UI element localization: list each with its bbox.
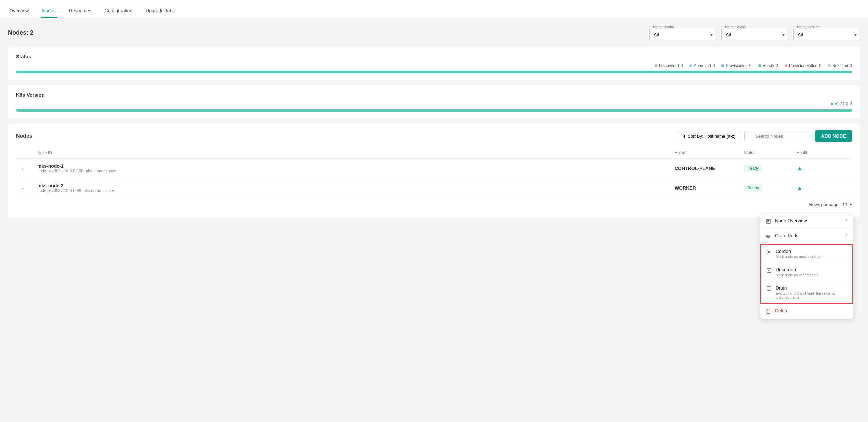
filter-version-label: Filter by Version xyxy=(793,25,860,29)
add-node-button[interactable]: ADD NODE xyxy=(815,130,852,142)
external-link-icon-2: ↗ xyxy=(844,233,848,238)
rows-per-page-chevron[interactable]: ▾ xyxy=(850,202,852,207)
context-menu-item-go-to-pods[interactable]: Go to Pods ↗ xyxy=(760,229,853,244)
drain-title: Drain xyxy=(776,285,847,291)
provisioning-label: Provisioning xyxy=(726,63,747,68)
provisioning-count: 0 xyxy=(749,63,752,68)
filter-status[interactable]: All xyxy=(721,29,788,40)
external-link-icon: ↗ xyxy=(844,218,848,223)
filter-status-label: Filter by Status xyxy=(721,25,788,29)
top-nav: Overview Nodes Resources Configuration U… xyxy=(0,0,868,18)
delete-text: Delete xyxy=(775,308,788,313)
nodes-section: Nodes ⇅ Sort By: Host name (a-z) ADD NOD… xyxy=(8,124,860,218)
node-status-1: Ready xyxy=(744,165,794,172)
filter-health-select[interactable]: All xyxy=(649,29,716,40)
filter-version-wrapper: Filter by Version All xyxy=(793,25,860,40)
rows-per-page-value: 10 xyxy=(842,202,847,207)
uncordon-title: Uncordon xyxy=(776,267,818,272)
node-id-sub-1: node-pkz302v-10-0-0-190-mks-demo-cluster xyxy=(37,169,672,173)
table-row[interactable]: › mks-node-2 node-pkz302v-10-0-0-89-mks-… xyxy=(16,178,852,198)
nav-item-upgrade-jobs[interactable]: Upgrade Jobs xyxy=(144,5,176,18)
node-overview-title: Node Overview xyxy=(775,218,807,223)
doc-icon xyxy=(766,219,772,225)
version-count: 2 xyxy=(850,102,852,106)
ready-label: Ready xyxy=(763,63,774,68)
discovered-label: Discovered xyxy=(659,63,679,68)
filters-container: Filter by Health All Filter by Status Al… xyxy=(649,25,860,40)
nav-item-nodes[interactable]: Nodes xyxy=(41,5,57,18)
rejected-label: Rejected xyxy=(832,63,848,68)
node-roles-1: CONTROL-PLANE xyxy=(675,166,741,171)
filter-status-wrapper: Filter by Status All xyxy=(721,25,788,40)
filter-status-select[interactable]: All xyxy=(721,29,788,40)
drain-subtitle: Evicts the pod and mark the node as unsc… xyxy=(776,291,847,299)
version-progress-bar xyxy=(16,109,852,112)
cordon-text: Cordon Mark node as unschedulable xyxy=(776,249,823,259)
filter-health[interactable]: All xyxy=(649,29,716,40)
context-menu-item-node-overview[interactable]: Node Overview ↗ xyxy=(760,214,853,229)
search-input[interactable] xyxy=(744,131,811,141)
trash-icon xyxy=(766,309,772,315)
cordon-subtitle: Mark node as unschedulable xyxy=(776,255,823,259)
status-title: Status xyxy=(16,54,852,59)
nav-item-overview[interactable]: Overview xyxy=(8,5,30,18)
approved-label: Approved xyxy=(694,63,711,68)
rejected-dot xyxy=(828,64,831,67)
nodes-header: Nodes ⇅ Sort By: Host name (a-z) ADD NOD… xyxy=(16,130,852,142)
drain-text: Drain Evicts the pod and mark the node a… xyxy=(776,285,847,299)
expand-icon-2[interactable]: › xyxy=(21,185,35,191)
version-label: v1.31.0 xyxy=(835,102,848,106)
discovered-count: 0 xyxy=(681,63,683,68)
legend-ready: Ready 2 xyxy=(758,63,778,68)
context-menu-item-drain[interactable]: Drain Evicts the pod and mark the node a… xyxy=(761,281,852,303)
provisioning-dot xyxy=(721,64,724,67)
legend-provisioning: Provisioning 0 xyxy=(721,63,751,68)
provision-failed-dot xyxy=(785,64,787,67)
version-progress-fill xyxy=(16,109,852,112)
table-row[interactable]: › mks-node-1 node-pkz302v-10-0-0-190-mks… xyxy=(16,159,852,178)
cordon-icon xyxy=(766,249,772,255)
filter-version-select[interactable]: All xyxy=(793,29,860,40)
rejected-count: 0 xyxy=(850,63,852,68)
nodes-count: Nodes: 2 xyxy=(8,29,33,36)
col-roles: Role(s) xyxy=(675,150,741,155)
filter-health-label: Filter by Health xyxy=(649,25,716,29)
context-menu-item-cordon[interactable]: Cordon Mark node as unschedulable xyxy=(761,245,852,263)
node-id-sub-2: node-pkz302v-10-0-0-89-mks-demo-cluster xyxy=(37,188,672,193)
go-to-pods-title: Go to Pods xyxy=(775,233,798,238)
uncordon-subtitle: Mark node as schedulable xyxy=(776,273,818,277)
context-menu-item-uncordon[interactable]: Uncordon Mark node as schedulable xyxy=(761,263,852,281)
node-roles-2: WORKER xyxy=(675,185,741,191)
rows-per-page: Rows per page: 10 ▾ xyxy=(16,198,852,211)
col-expand xyxy=(21,150,35,155)
sort-button[interactable]: ⇅ Sort By: Host name (a-z) xyxy=(677,131,740,141)
version-dot xyxy=(831,103,833,106)
uncordon-text: Uncordon Mark node as schedulable xyxy=(776,267,818,277)
ready-dot xyxy=(758,64,761,67)
nodes-title: Nodes xyxy=(16,133,32,139)
status-card: Status Discovered 0 Approved 0 Provision… xyxy=(8,47,860,80)
version-card: K8s Version v1.31.0 2 xyxy=(8,85,860,118)
version-title: K8s Version xyxy=(16,92,852,98)
context-menu-item-delete[interactable]: Delete xyxy=(760,304,853,319)
node-overview-text: Node Overview xyxy=(775,218,807,223)
go-to-pods-text: Go to Pods xyxy=(775,233,798,238)
node-health-2: ▲ xyxy=(797,185,847,192)
filter-version[interactable]: All xyxy=(793,29,860,40)
expand-icon[interactable]: › xyxy=(21,166,35,171)
legend-rejected: Rejected 0 xyxy=(828,63,852,68)
approved-count: 0 xyxy=(713,63,715,68)
provision-failed-label: Provision Failed xyxy=(789,63,817,68)
status-badge-1: Ready xyxy=(744,165,762,172)
status-progress-fill xyxy=(16,71,852,73)
legend-discovered: Discovered 0 xyxy=(655,63,683,68)
uncordon-icon xyxy=(766,268,772,274)
ready-count: 2 xyxy=(776,63,778,68)
sort-icon: ⇅ xyxy=(682,134,686,139)
nav-item-resources[interactable]: Resources xyxy=(68,5,93,18)
table-header: Node ID Role(s) Status Health xyxy=(16,147,852,159)
highlighted-actions-group: Cordon Mark node as unschedulable Uncord… xyxy=(760,244,853,304)
nav-item-configuration[interactable]: Configuration xyxy=(103,5,134,18)
node-id-main-1: mks-node-1 xyxy=(37,163,672,169)
context-menu: Node Overview ↗ Go to Pods ↗ xyxy=(760,214,853,319)
